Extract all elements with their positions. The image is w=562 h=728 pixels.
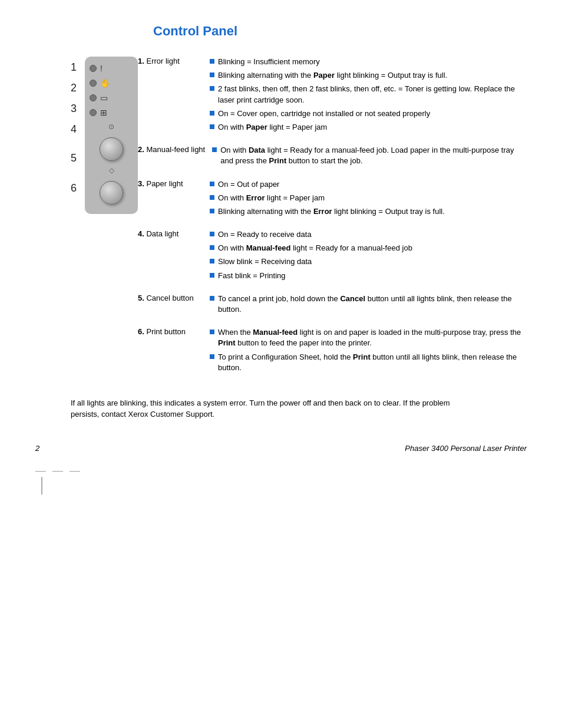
- bullet-item: On with Data light = Ready for a manual-…: [212, 145, 527, 166]
- bullets-data-light: On = Ready to receive data On with Manua…: [210, 229, 527, 284]
- bullet-icon: [210, 330, 214, 334]
- label-print-button: 6. Print button: [138, 327, 203, 376]
- section-error-light: 1. Error light Blinking = Insufficient m…: [138, 57, 527, 136]
- footer-note: If all lights are blinking, this indicat…: [71, 397, 471, 420]
- bullet-text: Blinking = Insufficient memory: [218, 57, 527, 67]
- bullet-item: To print a Configuration Sheet, hold the…: [210, 352, 527, 373]
- data-led: [90, 109, 97, 116]
- bullet-item: On = Out of paper: [210, 179, 527, 190]
- row-num-4: 4: [71, 123, 77, 136]
- bullet-item: Slow blink = Receiving data: [210, 256, 527, 267]
- bullet-item: On = Ready to receive data: [210, 229, 527, 240]
- label-cancel-button: 5. Cancel button: [138, 294, 203, 318]
- bullet-text: On = Out of paper: [218, 179, 527, 190]
- bullet-item: Blinking = Insufficient memory: [210, 57, 527, 67]
- error-led: [90, 65, 97, 72]
- dash-marks: — — —: [35, 465, 82, 477]
- data-icon: ⊞: [100, 108, 107, 117]
- bullet-icon: [210, 209, 214, 213]
- product-name: Phaser 3400 Personal Laser Printer: [405, 444, 527, 453]
- bullet-icon: [210, 296, 214, 301]
- vertical-line: [41, 477, 42, 495]
- bullet-item: On = Cover open, cartridge not installed…: [210, 108, 527, 119]
- bullet-icon: [210, 245, 214, 250]
- bullet-icon: [210, 111, 214, 116]
- bullet-text: On with Manual-feed light = Ready for a …: [218, 243, 527, 253]
- bullet-item: 2 fast blinks, then off, then 2 fast bli…: [210, 84, 527, 105]
- label-manual-feed: 2. Manual-feed light: [138, 145, 205, 169]
- bullet-item: To cancel a print job, hold down the Can…: [210, 294, 527, 315]
- row-num-3: 3: [71, 103, 77, 115]
- bullet-icon: [210, 124, 214, 129]
- bullet-text: Slow blink = Receiving data: [218, 256, 527, 267]
- bullet-item: When the Manual-feed light is on and pap…: [210, 327, 527, 348]
- bullet-icon: [210, 354, 214, 359]
- manual-led: [90, 80, 97, 87]
- label-paper-light: 3. Paper light: [138, 179, 203, 220]
- panel-row-6: [90, 181, 133, 205]
- section-cancel-button: 5. Cancel button To cancel a print job, …: [138, 294, 527, 318]
- print-button-visual: [100, 181, 123, 205]
- section-manual-feed: 2. Manual-feed light On with Data light …: [138, 145, 527, 169]
- bullets-cancel-button: To cancel a print job, hold down the Can…: [210, 294, 527, 318]
- bullet-icon: [210, 86, 214, 91]
- panel-row-4: ⊞: [90, 107, 133, 118]
- label-error-light: 1. Error light: [138, 57, 203, 136]
- bullets-print-button: When the Manual-feed light is on and pap…: [210, 327, 527, 376]
- printer-panel: ! ✋ ▭ ⊞ ⊙ ◇: [85, 57, 138, 214]
- diamond-symbol: ◇: [90, 166, 133, 174]
- descriptions: 1. Error light Blinking = Insufficient m…: [138, 57, 527, 386]
- section-paper-light: 3. Paper light On = Out of paper On with…: [138, 179, 527, 220]
- error-icon: !: [100, 64, 103, 73]
- panel-row-5: [90, 137, 133, 161]
- row-num-6: 6: [71, 182, 77, 195]
- page-footer: 2 Phaser 3400 Personal Laser Printer: [35, 444, 527, 453]
- bullet-item: On with Manual-feed light = Ready for a …: [210, 243, 527, 253]
- bullet-text: On = Cover open, cartridge not installed…: [218, 108, 527, 119]
- bullet-icon: [210, 73, 214, 77]
- bullets-paper-light: On = Out of paper On with Error light = …: [210, 179, 527, 220]
- bullet-item: On with Paper light = Paper jam: [210, 122, 527, 133]
- paper-led: [90, 94, 97, 101]
- bullet-icon: [210, 259, 214, 263]
- panel-row-3: ▭: [90, 92, 133, 104]
- bullet-text: To print a Configuration Sheet, hold the…: [218, 352, 527, 373]
- bottom-decoration: — — —: [35, 465, 527, 495]
- page-title: Control Panel: [153, 24, 527, 39]
- bullet-icon: [210, 232, 214, 236]
- panel-row-1: !: [90, 62, 133, 74]
- row-numbers: 1 2 3 4 5 6: [71, 57, 77, 195]
- bullet-icon: [212, 147, 217, 152]
- section-data-light: 4. Data light On = Ready to receive data…: [138, 229, 527, 284]
- paper-icon: ▭: [100, 93, 108, 103]
- bullet-item: Fast blink = Printing: [210, 271, 527, 281]
- label-data-light: 4. Data light: [138, 229, 203, 284]
- manual-icon: ✋: [100, 78, 110, 88]
- bullet-text: On with Data light = Ready for a manual-…: [220, 145, 527, 166]
- bullet-text: To cancel a print job, hold down the Can…: [218, 294, 527, 315]
- target-symbol: ⊙: [90, 123, 133, 131]
- panel-row-2: ✋: [90, 77, 133, 89]
- bullet-icon: [210, 273, 214, 278]
- bullet-item: On with Error light = Paper jam: [210, 193, 527, 203]
- row-num-1: 1: [71, 61, 77, 74]
- section-print-button: 6. Print button When the Manual-feed lig…: [138, 327, 527, 376]
- bullet-text: Blinking alternating with the Error ligh…: [218, 206, 527, 217]
- bullets-error-light: Blinking = Insufficient memory Blinking …: [210, 57, 527, 136]
- bullet-icon: [210, 195, 214, 200]
- bullet-text: 2 fast blinks, then off, then 2 fast bli…: [218, 84, 527, 105]
- bullet-text: When the Manual-feed light is on and pap…: [218, 327, 527, 348]
- bullet-icon: [210, 182, 214, 186]
- bullet-item: Blinking alternating with the Paper ligh…: [210, 70, 527, 81]
- main-content: 1 2 3 4 5 6 ! ✋ ▭: [71, 57, 527, 386]
- bullet-text: Fast blink = Printing: [218, 271, 527, 281]
- bullet-text: Blinking alternating with the Paper ligh…: [218, 70, 527, 81]
- bullet-icon: [210, 59, 214, 64]
- cancel-button-visual: [100, 137, 123, 161]
- bullet-text: On with Error light = Paper jam: [218, 193, 527, 203]
- bullet-text: On = Ready to receive data: [218, 229, 527, 240]
- bullet-item: Blinking alternating with the Error ligh…: [210, 206, 527, 217]
- row-num-5: 5: [71, 152, 77, 164]
- bullets-manual-feed: On with Data light = Ready for a manual-…: [212, 145, 527, 169]
- diagram-wrapper: 1 2 3 4 5 6 ! ✋ ▭: [71, 57, 138, 386]
